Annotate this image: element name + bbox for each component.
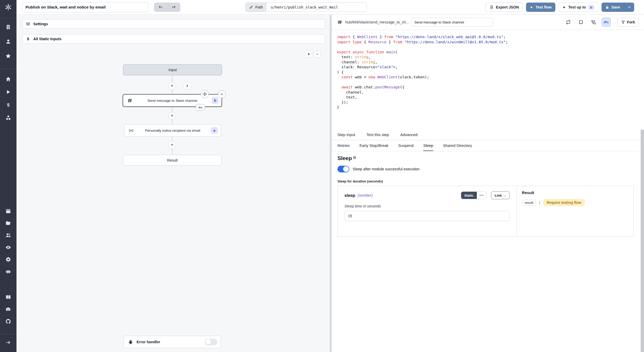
step-summary-input[interactable] [411, 18, 493, 27]
export-json-label: Export JSON [496, 5, 519, 9]
code-mode-button[interactable]: </> [477, 192, 486, 199]
redo-button[interactable] [167, 3, 180, 12]
test-flow-label: Test flow [536, 5, 552, 9]
export-json-button[interactable]: Export JSON [485, 3, 523, 12]
insert-step-button[interactable] [168, 82, 176, 90]
sidebar-divider [0, 18, 16, 18]
star-icon[interactable] [5, 53, 11, 59]
sidebar-group-main: $ [0, 76, 16, 121]
save-button[interactable]: Save [601, 3, 624, 12]
sidebar-divider [0, 69, 16, 69]
hub-script-path-link[interactable]: hub/849/slack/send_message_to_ch... [345, 20, 409, 24]
save-dropdown-button[interactable] [624, 3, 634, 12]
cubes-icon[interactable] [5, 115, 11, 121]
flow-node-error-handler[interactable]: Error handler [124, 336, 221, 348]
user-icon[interactable] [5, 39, 11, 44]
plus-icon [170, 143, 174, 147]
error-handler-toggle[interactable] [205, 339, 217, 345]
trigger-step-button[interactable] [183, 82, 191, 90]
sleep-indicator-button[interactable] [196, 104, 205, 111]
github-icon[interactable] [5, 319, 11, 324]
dollar-icon[interactable]: $ [5, 102, 11, 108]
sidebar-group-workspace [0, 24, 16, 59]
expand-sidebar-button[interactable] [5, 340, 11, 345]
robot-icon[interactable] [5, 269, 11, 274]
code-line: ) { [337, 70, 644, 75]
users-gear-icon[interactable] [5, 232, 11, 238]
play-icon[interactable] [5, 89, 11, 95]
sleep-form-box: sleep (number) Static </> Link → [337, 186, 634, 237]
code-line: import { WebClient } from "https://deno.… [337, 35, 644, 40]
discord-icon[interactable] [5, 306, 11, 312]
zoom-out-button[interactable]: - [314, 51, 321, 57]
tab-early-stop-break[interactable]: Early Stop/Break [360, 140, 389, 151]
move-step-button[interactable] [201, 90, 209, 98]
test-up-to-step-badge: b [588, 5, 594, 10]
zoom-in-button[interactable]: + [305, 51, 312, 57]
flow-editor-panel: Settings $ All Static Inputs + - Input S… [16, 15, 330, 352]
tab-sleep[interactable]: Sleep [423, 140, 433, 151]
pencil-icon [249, 5, 253, 9]
windmill-logo-icon[interactable] [4, 3, 12, 11]
panel-resize-handle[interactable] [330, 15, 332, 352]
repeat-button[interactable] [564, 18, 573, 27]
tab-step-input[interactable]: Step Input [337, 130, 355, 140]
tab-advanced[interactable]: Advanced [400, 130, 418, 140]
step-feature-icons [564, 18, 611, 27]
building-icon[interactable] [5, 24, 11, 30]
insert-step-button[interactable] [168, 112, 176, 120]
sliders-icon [26, 22, 30, 26]
link-button[interactable]: Link → [491, 191, 510, 199]
code-line: slack: Resource<"slack">, [337, 65, 644, 70]
delete-step-button[interactable] [218, 90, 226, 98]
sleep-tab-content: Sleep i Sleep after module successful ex… [332, 151, 644, 237]
calendar-icon[interactable] [5, 208, 11, 214]
result-title: Result [522, 190, 628, 195]
book-icon[interactable] [5, 294, 11, 300]
flow-node-result[interactable]: Result [123, 155, 222, 166]
code-line: }); [337, 100, 644, 105]
field-controls: Static </> Link → [461, 191, 510, 199]
tab-retries[interactable]: Retries [337, 140, 350, 151]
flow-settings-bar[interactable]: Settings [22, 19, 325, 29]
gmail-icon [129, 128, 134, 133]
flow-node-email-step[interactable]: Personally notice recipient via email a [124, 124, 221, 137]
result-value-badge: Require testing flow [543, 199, 585, 206]
plus-icon [170, 114, 174, 118]
sidebar-divider [0, 334, 16, 334]
scrollbar[interactable] [641, 130, 644, 352]
tab-suspend[interactable]: Suspend [398, 140, 413, 151]
folder-icon[interactable] [5, 220, 11, 226]
code-line [337, 80, 644, 85]
sleep-seconds-input[interactable] [344, 211, 510, 221]
code-line: channel: string, [337, 60, 644, 65]
home-icon[interactable] [5, 76, 11, 82]
plus-icon [170, 84, 174, 88]
phone-button[interactable] [589, 18, 598, 27]
edit-path-button[interactable]: Path [245, 3, 267, 12]
flow-node-input[interactable]: Input [123, 64, 222, 75]
test-flow-button[interactable]: Test flow [526, 3, 555, 12]
sleep-enabled-toggle[interactable] [337, 166, 349, 172]
bed-button[interactable] [602, 18, 611, 27]
tab-test-this-step[interactable]: Test this step [366, 130, 389, 140]
square-button[interactable] [577, 18, 585, 27]
sleep-field-header: sleep (number) Static </> Link → [344, 191, 510, 199]
code-line: import type { Resource } from "https://d… [337, 40, 644, 45]
eye-icon[interactable] [5, 245, 11, 250]
bed-icon [198, 105, 202, 110]
flow-name-input[interactable] [22, 2, 148, 12]
result-node-label: Result [167, 158, 177, 162]
all-static-inputs-bar[interactable]: $ All Static Inputs [22, 34, 325, 44]
tab-shared-directory[interactable]: Shared Directory [443, 140, 472, 151]
svg-text:</>: </> [479, 194, 484, 197]
static-mode-button[interactable]: Static [461, 192, 477, 199]
slack-icon [337, 20, 342, 25]
code-editor[interactable]: import { WebClient } from "https://deno.… [332, 30, 644, 130]
insert-step-button[interactable] [168, 141, 176, 149]
info-icon[interactable]: i [353, 156, 357, 160]
undo-button[interactable] [154, 3, 167, 12]
gear-icon[interactable] [5, 257, 11, 262]
fork-button[interactable]: Fork [617, 18, 639, 27]
test-up-to-button[interactable]: Test up to b [558, 3, 598, 12]
